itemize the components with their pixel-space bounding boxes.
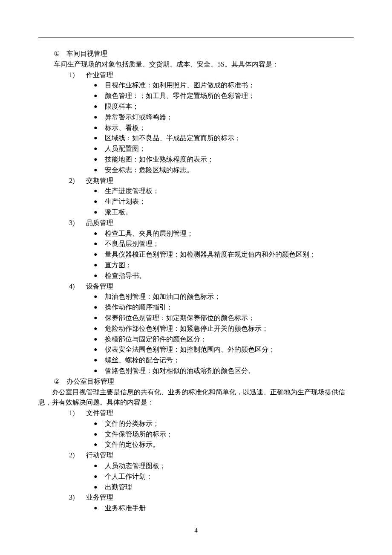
bullet-item: ●生产进度管理板；: [38, 186, 354, 197]
bullet-text: 目视作业标准：如利用照片、图片做成的标准书；: [105, 80, 255, 91]
bullet-item: ●不良品层别管理；: [38, 239, 354, 249]
bullet-icon: ●: [94, 366, 105, 376]
bullet-item: ●业务标准手册: [38, 503, 354, 514]
sublist-title: 作业管理: [86, 70, 113, 81]
bullet-text: 换模部位与固定部件的颜色区分；: [105, 334, 207, 345]
bullet-text: 管路色别管理：如对相似的油或溶剂的颜色区分。: [105, 366, 255, 376]
bullet-item: ●操作动作的顺序指引；: [38, 302, 354, 313]
bullet-item: ●限度样本；: [38, 101, 354, 112]
bullet-icon: ●: [94, 165, 105, 176]
bullet-icon: ●: [94, 186, 105, 197]
bullet-icon: ●: [94, 144, 105, 154]
sublist-title: 设备管理: [86, 281, 113, 292]
bullet-text: 不良品层别管理；: [105, 239, 159, 249]
bullet-text: 检查工具、夹具的层别管理；: [105, 228, 193, 239]
bullet-icon: ●: [94, 101, 105, 112]
bullet-icon: ●: [94, 355, 105, 366]
bullet-item: ●检查指导书。: [38, 271, 354, 281]
section-title: 车间目视管理: [66, 49, 107, 59]
bullet-text: 检查指导书。: [105, 271, 146, 281]
bullet-item: ●文件保管场所的标示；: [38, 429, 354, 440]
section-title: 办公室目标管理: [66, 376, 114, 387]
bullet-text: 安全标志：危险区域的标志。: [105, 165, 193, 176]
bullet-item: ●管路色别管理：如对相似的油或溶剂的颜色区分。: [38, 366, 354, 376]
bullet-icon: ●: [94, 471, 105, 482]
bullet-text: 保养部位色别管理：如定期保养部位的颜色标示；: [105, 313, 255, 324]
bullet-item: ●标示、看板；: [38, 123, 354, 133]
bullet-icon: ●: [94, 302, 105, 313]
bullet-text: 螺丝、螺栓的配合记号；: [105, 355, 180, 366]
bullet-icon: ●: [94, 154, 105, 165]
bullet-item: ●检查工具、夹具的层别管理；: [38, 228, 354, 239]
bullet-icon: ●: [94, 207, 105, 218]
bullet-text: 人员配置图；: [105, 144, 146, 154]
bullet-icon: ●: [94, 334, 105, 345]
bullet-icon: ●: [94, 324, 105, 334]
bullet-text: 异常警示灯或蜂鸣器；: [105, 112, 173, 123]
sublist-heading: 2)行动管理: [38, 450, 354, 461]
bullet-icon: ●: [94, 228, 105, 239]
bullet-icon: ●: [94, 123, 105, 133]
bullet-item: ●文件的定位标示。: [38, 439, 354, 450]
sublist-title: 业务管理: [86, 492, 113, 503]
bullet-text: 技能地图：如作业熟练程度的表示；: [105, 154, 214, 165]
sublist-num: 3): [69, 492, 86, 503]
bullet-text: 人员动态管理图板；: [105, 461, 166, 471]
bullet-item: ●换模部位与固定部件的颜色区分；: [38, 334, 354, 345]
bullet-item: ●安全标志：危险区域的标志。: [38, 165, 354, 176]
bullet-text: 个人工作计划；: [105, 471, 153, 482]
bullet-item: ●技能地图：如作业熟练程度的表示；: [38, 154, 354, 165]
bullet-text: 加油色别管理：如加油口的颜色标示；: [105, 292, 221, 302]
bullet-item: ●区域线：如不良品、半成品定置而所的标示；: [38, 133, 354, 144]
bullet-icon: ●: [94, 419, 105, 429]
bullet-icon: ●: [94, 461, 105, 471]
bullet-text: 标示、看板；: [105, 123, 146, 133]
sublist-heading: 1)文件管理: [38, 408, 354, 419]
section-intro: 办公室目视管理主要是信息的共有化、业务的标准化和简单化，以迅速、正确地为生产现场…: [38, 387, 354, 408]
bullet-text: 生产进度管理板；: [105, 186, 159, 197]
bullet-text: 量具仪器梭正色别管理：如检测器具精度在规定值内和外的颜色区别；: [105, 249, 316, 260]
bullet-item: ●人员动态管理图板；: [38, 461, 354, 471]
bullet-text: 仪表安全法围色别管理：如控制范围内、外的颜色区分；: [105, 344, 275, 355]
sublist-num: 4): [69, 281, 86, 292]
sublist-heading: 1)作业管理: [38, 70, 354, 81]
sublist-heading: 4)设备管理: [38, 281, 354, 292]
bullet-item: ●文件的分类标示；: [38, 419, 354, 429]
bullet-icon: ●: [94, 439, 105, 450]
bullet-item: ●仪表安全法围色别管理：如控制范围内、外的颜色区分；: [38, 344, 354, 355]
document-body: ①车间目视管理车间生产现场的对象包括质量、交货期、成本、安全、5S。其具体内容是…: [38, 37, 354, 514]
section-num: ②: [54, 376, 66, 387]
bullet-text: 文件的定位标示。: [105, 439, 159, 450]
bullet-icon: ●: [94, 260, 105, 271]
bullet-text: 颜色管理：；如工具、零件定置场所的色彩管理；: [105, 91, 255, 101]
bullet-text: 直方图；: [105, 260, 132, 271]
bullet-item: ●异常警示灯或蜂鸣器；: [38, 112, 354, 123]
bullet-item: ●危险动作部位色别管理：如紧急停止开关的颜色标示；: [38, 324, 354, 334]
bullet-text: 文件保管场所的标示；: [105, 429, 173, 440]
sublist-num: 2): [69, 176, 86, 186]
bullet-item: ●派工板。: [38, 207, 354, 218]
bullet-icon: ●: [94, 292, 105, 302]
header-rule: [38, 38, 354, 38]
bullet-text: 限度样本；: [105, 101, 139, 112]
sublist-title: 交期管理: [86, 176, 113, 186]
bullet-text: 文件的分类标示；: [105, 419, 159, 429]
bullet-text: 出勤管理: [105, 482, 132, 493]
bullet-icon: ●: [94, 429, 105, 440]
sublist-title: 文件管理: [86, 408, 113, 419]
bullet-text: 生产计划表；: [105, 197, 146, 207]
bullet-item: ●加油色别管理：如加油口的颜色标示；: [38, 292, 354, 302]
bullet-item: ●目视作业标准：如利用照片、图片做成的标准书；: [38, 80, 354, 91]
bullet-item: ●个人工作计划；: [38, 471, 354, 482]
bullet-icon: ●: [94, 197, 105, 207]
bullet-icon: ●: [94, 91, 105, 101]
sublist-num: 1): [69, 408, 86, 419]
sublist-num: 2): [69, 450, 86, 461]
bullet-item: ●出勤管理: [38, 482, 354, 493]
page-number: 4: [0, 526, 392, 535]
section-heading: ①车间目视管理: [38, 49, 354, 59]
bullet-icon: ●: [94, 503, 105, 514]
sublist-heading: 3)业务管理: [38, 492, 354, 503]
bullet-item: ●颜色管理：；如工具、零件定置场所的色彩管理；: [38, 91, 354, 101]
bullet-icon: ●: [94, 80, 105, 91]
